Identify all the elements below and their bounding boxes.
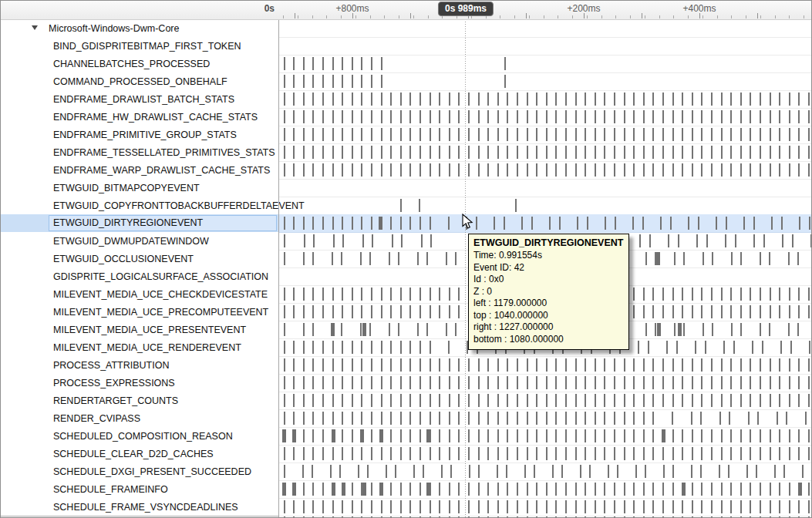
tree-item[interactable]: ENDFRAME_HW_DRAWLIST_CACHE_STATS: [1, 108, 278, 126]
event-tick: [633, 92, 635, 106]
tree-item[interactable]: MILEVENT_MEDIA_UCE_CHECKDEVICESTATE: [1, 285, 278, 303]
event-tick: [303, 376, 305, 389]
event-tick: [770, 92, 771, 106]
event-tick: [585, 429, 586, 442]
event-tick: [284, 57, 285, 70]
timeline-lane[interactable]: [279, 37, 812, 56]
tree-item[interactable]: ENDFRAME_PRIMITIVE_GROUP_STATS: [1, 126, 278, 143]
event-tick: [448, 341, 450, 354]
time-ruler[interactable]: 0s +800ms+200ms+400ms: [1, 1, 811, 20]
timeline-lane[interactable]: [279, 374, 812, 392]
timeline-lane[interactable]: [279, 445, 812, 463]
event-tick: [643, 163, 645, 177]
timeline-lane[interactable]: [279, 90, 812, 109]
timeline-lane[interactable]: [279, 55, 812, 73]
timeline-lane[interactable]: [279, 179, 812, 197]
timeline-lane[interactable]: [279, 498, 812, 516]
event-tick: [721, 110, 723, 123]
tree-item[interactable]: RENDER_CVIPASS: [1, 409, 278, 427]
event-tick: [458, 358, 460, 372]
tree-item-label: ETWGUID_OCCLUSIONEVENT: [53, 254, 194, 264]
event-tick: [352, 57, 353, 70]
event-tick: [633, 500, 635, 513]
tree-item[interactable]: PROCESS_EXPRESSIONS: [1, 374, 278, 392]
event-tick: [711, 358, 713, 372]
event-tick: [478, 483, 480, 496]
timeline-lane[interactable]: [279, 197, 812, 215]
event-tick: [468, 429, 470, 442]
tree-root-row[interactable]: Microsoft-Windows-Dwm-Core: [1, 19, 278, 37]
tree-item[interactable]: ENDFRAME_DRAWLIST_BATCH_STATS: [1, 90, 278, 108]
event-tick: [740, 358, 742, 372]
tree-item[interactable]: ENDFRAME_WARP_DRAWLIST_CACHE_STATS: [1, 161, 278, 179]
event-tick: [575, 146, 577, 159]
event-tick: [507, 146, 508, 159]
tree-item[interactable]: ENDFRAME_TESSELLATED_PRIMITIVES_STATS: [1, 143, 278, 161]
event-tick-wide: [282, 483, 286, 496]
event-tick: [652, 128, 654, 141]
tree-item[interactable]: CHANNELBATCHES_PROCESSED: [1, 55, 278, 72]
event-tick: [369, 323, 371, 336]
ruler-tick: [529, 15, 530, 18]
timeline-lane[interactable]: [279, 356, 812, 375]
tree-item[interactable]: SCHEDULE_FRAME_VSYNCDEADLINES: [1, 498, 278, 516]
event-tick: [662, 394, 664, 407]
timeline-lane[interactable]: [279, 462, 812, 481]
event-tick: [430, 341, 431, 354]
event-tick: [666, 341, 668, 354]
event-tick: [692, 429, 693, 442]
event-tick: [604, 146, 605, 159]
timeline-lane[interactable]: [279, 214, 812, 233]
tree-item[interactable]: BIND_GDISPRITEBITMAP_FIRST_TOKEN: [1, 37, 278, 55]
event-tick: [332, 146, 334, 159]
collapse-triangle-icon[interactable]: [32, 25, 38, 30]
event-tick: [672, 358, 674, 372]
ruler-time-label: +800ms: [335, 3, 369, 14]
event-tick: [762, 341, 763, 354]
timeline-lane[interactable]: [279, 427, 812, 446]
timeline-lane[interactable]: [279, 392, 812, 410]
tree-item[interactable]: ETWGUID_BITMAPCOPYEVENT: [1, 179, 278, 197]
event-tick: [371, 429, 372, 442]
event-tick: [332, 500, 334, 513]
event-tick: [585, 146, 586, 159]
event-tick: [468, 483, 470, 496]
tree-item[interactable]: SCHEDULE_DXGI_PRESENT_SUCCEEDED: [1, 462, 278, 480]
tree-item[interactable]: SCHEDULED_COMPOSITION_REASON: [1, 427, 278, 445]
tree-item[interactable]: ETWGUID_COPYFRONTTOBACKBUFFERDELTAEVENT: [1, 197, 278, 214]
event-tick: [409, 500, 411, 513]
timeline-lane[interactable]: [279, 161, 812, 180]
panel-divider[interactable]: [278, 1, 279, 518]
tree-item[interactable]: MILEVENT_MEDIA_UCE_RENDEREVENT: [1, 338, 278, 356]
timeline-lane[interactable]: [279, 480, 812, 499]
event-tick: [381, 163, 382, 177]
event-tick: [595, 483, 596, 496]
timeline-lane[interactable]: [279, 409, 812, 428]
timeline-lane[interactable]: [279, 126, 812, 144]
event-tick: [555, 110, 557, 123]
tree-item[interactable]: SCHEDULE_FRAMEINFO: [1, 480, 278, 498]
tree-item[interactable]: MILEVENT_MEDIA_UCE_PRECOMPUTEEVENT: [1, 303, 278, 321]
timeline-lane[interactable]: [279, 19, 812, 38]
tree-item[interactable]: RENDERTARGET_COUNTS: [1, 392, 278, 409]
tree-item[interactable]: ETWGUID_DIRTYREGIONEVENT: [1, 214, 278, 232]
tree-item[interactable]: ETWGUID_OCCLUSIONEVENT: [1, 250, 278, 267]
tree-item[interactable]: COMMAND_PROCESSED_ONBEHALF: [1, 72, 278, 90]
event-tick: [789, 110, 790, 123]
event-tick: [419, 163, 421, 177]
tree-item[interactable]: GDISPRITE_LOGICALSURFACE_ASSOCIATION: [1, 267, 278, 285]
tree-item[interactable]: PROCESS_ATTRIBUTION: [1, 356, 278, 374]
time-cursor-line[interactable]: [465, 19, 466, 518]
tree-item[interactable]: SCHEDULE_CLEAR_D2D_CACHES: [1, 445, 278, 462]
tree-item[interactable]: ETWGUID_DWMUPDATEWINDOW: [1, 232, 278, 250]
timeline-lane[interactable]: [279, 108, 812, 126]
timeline-lane[interactable]: [279, 143, 812, 162]
event-tick: [352, 429, 353, 442]
timeline-lane[interactable]: [279, 72, 812, 91]
tree-item[interactable]: MILEVENT_MEDIA_UCE_PRESENTEVENT: [1, 321, 278, 338]
event-tick: [342, 500, 343, 513]
event-tick: [449, 288, 450, 301]
event-tick: [652, 500, 654, 513]
event-tick: [361, 341, 362, 354]
event-tick: [478, 465, 480, 478]
